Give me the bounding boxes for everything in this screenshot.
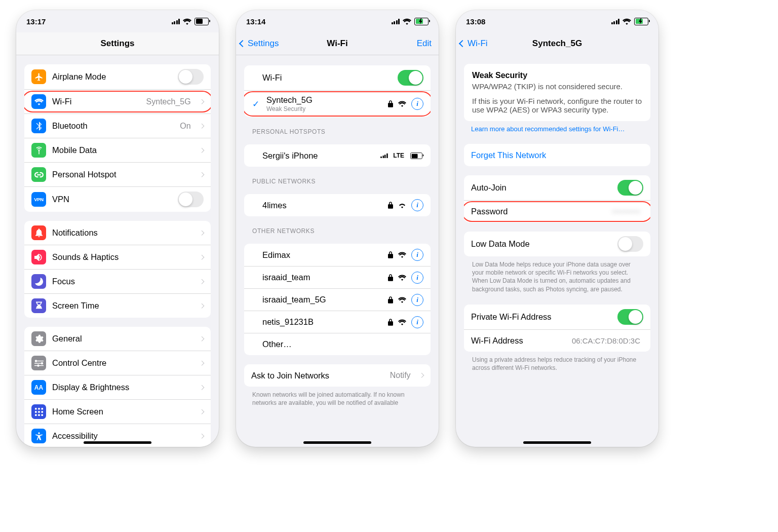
row-hotspot-sergii[interactable]: Sergii's iPhone LTE	[244, 144, 431, 167]
row-mobile-data[interactable]: Mobile Data	[24, 138, 211, 162]
row-network-israaid-5g[interactable]: israaid_team_5G i	[244, 288, 431, 311]
row-wifi[interactable]: Wi-Fi Syntech_5G	[24, 89, 211, 113]
row-label: Password	[471, 207, 606, 216]
row-label: Wi-Fi Address	[471, 336, 566, 346]
row-notifications[interactable]: Notifications	[24, 221, 211, 245]
status-bar: 13:14	[236, 10, 439, 32]
row-value: Syntech_5G	[146, 97, 191, 106]
row-label: Sergii's iPhone	[262, 151, 374, 161]
row-connected-network[interactable]: ✓ Syntech_5G Weak Security i	[244, 90, 431, 117]
row-network-edimax[interactable]: Edimax i	[244, 244, 431, 266]
status-icons	[172, 18, 209, 25]
row-low-data-mode[interactable]: Low Data Mode	[464, 232, 650, 256]
aa-icon: AA	[31, 380, 46, 395]
row-label: Edimax	[262, 250, 382, 260]
page-title: Wi-Fi	[327, 39, 347, 49]
row-label: Screen Time	[52, 301, 194, 311]
wifi-master-toggle[interactable]	[398, 70, 423, 86]
back-label: Settings	[248, 39, 279, 49]
chevron-right-icon	[199, 303, 204, 308]
row-network-4limes[interactable]: 4limes i	[244, 194, 431, 216]
row-label: Notifications	[52, 228, 194, 238]
row-network-israaid[interactable]: israaid_team i	[244, 266, 431, 288]
row-wifi-toggle[interactable]: Wi-Fi	[244, 65, 431, 90]
wifi-signal-icon	[398, 101, 406, 107]
row-display-brightness[interactable]: AA Display & Brightness	[24, 375, 211, 399]
chevron-right-icon	[199, 409, 204, 414]
airplane-toggle[interactable]	[178, 69, 204, 85]
learn-more-link[interactable]: Learn more about recommended settings fo…	[471, 125, 643, 133]
network-detail-screen: 13:08 Wi-Fi Syntech_5G Weak Security WPA…	[456, 10, 658, 447]
chevron-right-icon	[199, 433, 204, 438]
row-label: Sounds & Haptics	[52, 252, 194, 262]
lock-icon	[388, 319, 393, 326]
info-icon[interactable]: i	[411, 98, 423, 110]
low-data-toggle[interactable]	[617, 236, 643, 252]
chevron-right-icon	[199, 172, 204, 177]
row-label: netis_91231B	[262, 317, 382, 327]
private-address-toggle[interactable]	[617, 309, 643, 325]
row-network-netis[interactable]: netis_91231B i	[244, 311, 431, 333]
public-networks-group: 4limes i	[244, 194, 431, 216]
row-general[interactable]: General	[24, 327, 211, 351]
row-screen-time[interactable]: Screen Time	[24, 293, 211, 318]
row-sounds-haptics[interactable]: Sounds & Haptics	[24, 245, 211, 269]
row-forget-network[interactable]: Forget This Network	[464, 144, 650, 166]
lock-icon	[388, 274, 393, 281]
home-indicator	[523, 441, 591, 444]
info-icon[interactable]: i	[411, 199, 423, 211]
row-airplane-mode[interactable]: Airplane Mode	[24, 64, 211, 89]
row-private-wifi-address[interactable]: Private Wi-Fi Address	[464, 305, 650, 329]
vpn-toggle[interactable]	[178, 192, 204, 207]
row-label: Personal Hotspot	[52, 170, 194, 179]
auto-join-toggle[interactable]	[617, 180, 643, 196]
vpn-icon: VPN	[31, 192, 46, 207]
airplane-icon	[31, 69, 46, 84]
info-icon[interactable]: i	[411, 294, 423, 306]
row-label: General	[52, 334, 194, 344]
lock-icon	[388, 296, 393, 303]
page-title: Settings	[100, 39, 134, 49]
row-password[interactable]: Password ••••••••••	[464, 200, 650, 222]
system-group: General Control Centre AA Display & Brig…	[24, 327, 211, 447]
check-icon: ✓	[251, 99, 260, 109]
network-name: Syntech_5G	[266, 95, 313, 104]
warning-title: Weak Security	[472, 71, 642, 80]
back-label: Wi-Fi	[468, 39, 488, 49]
info-icon[interactable]: i	[411, 316, 423, 328]
svg-rect-3	[35, 411, 37, 413]
chevron-right-icon	[199, 254, 204, 259]
edit-button[interactable]: Edit	[417, 32, 432, 55]
warning-line1: WPA/WPA2 (TKIP) is not considered secure…	[472, 82, 642, 91]
row-label: Private Wi-Fi Address	[471, 312, 611, 322]
row-label: israaid_team	[262, 273, 382, 282]
back-button[interactable]: Settings	[240, 32, 279, 55]
chevron-right-icon	[199, 230, 204, 235]
password-value-masked: ••••••••••	[612, 207, 640, 216]
wifi-address-value: 06:CA:C7:D8:0D:3C	[572, 336, 640, 345]
info-icon[interactable]: i	[411, 249, 423, 261]
row-auto-join[interactable]: Auto-Join	[464, 175, 650, 200]
status-bar: 13:08	[456, 10, 658, 32]
chevron-right-icon	[199, 147, 204, 153]
wifi-status-icon	[403, 18, 411, 25]
row-personal-hotspot[interactable]: Personal Hotspot	[24, 162, 211, 186]
row-control-centre[interactable]: Control Centre	[24, 351, 211, 375]
row-focus[interactable]: Focus	[24, 269, 211, 293]
row-bluetooth[interactable]: Bluetooth On	[24, 113, 211, 138]
row-network-other[interactable]: Other…	[244, 333, 431, 355]
network-security-sub: Weak Security	[266, 105, 382, 112]
private-address-footer: Using a private address helps reduce tra…	[472, 356, 642, 372]
detail-content: Weak Security WPA/WPA2 (TKIP) is not con…	[456, 55, 658, 447]
info-icon[interactable]: i	[411, 272, 423, 284]
row-ask-to-join[interactable]: Ask to Join Networks Notify	[244, 364, 431, 387]
wifi-icon	[31, 94, 46, 109]
battery-charging-icon	[634, 18, 648, 25]
row-home-screen[interactable]: Home Screen	[24, 399, 211, 424]
row-vpn[interactable]: VPN VPN	[24, 186, 211, 212]
bluetooth-icon	[31, 119, 46, 133]
back-button[interactable]: Wi-Fi	[460, 32, 488, 55]
nav-bar: Wi-Fi Syntech_5G	[456, 32, 658, 55]
grid-icon	[31, 404, 46, 419]
row-label: Ask to Join Networks	[251, 371, 384, 381]
